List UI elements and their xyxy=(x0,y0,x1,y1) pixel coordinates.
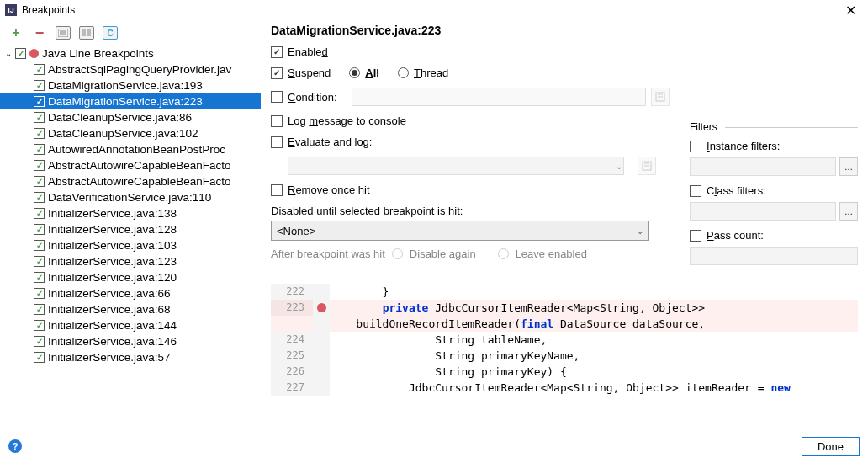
breakpoint-checkbox[interactable] xyxy=(34,64,45,75)
tree-item-label: InitializerService.java:103 xyxy=(48,239,177,252)
root-checkbox[interactable]: ✓ xyxy=(15,48,26,59)
breakpoint-checkbox[interactable] xyxy=(34,352,45,363)
tree-item-label: AbstractSqlPagingQueryProvider.jav xyxy=(48,63,231,76)
titlebar: IJ Breakpoints ✕ xyxy=(0,0,868,20)
tree-item-label: InitializerService.java:123 xyxy=(48,255,177,268)
suspend-all-radio[interactable] xyxy=(349,67,360,78)
breakpoint-details-panel: DataMigrationService.java:223 Enabled Su… xyxy=(261,20,868,433)
tree-item[interactable]: DataCleanupService.java:86 xyxy=(0,109,261,125)
help-button[interactable]: ? xyxy=(8,439,22,453)
suspend-checkbox[interactable] xyxy=(271,67,283,79)
suspend-all-label: All xyxy=(365,67,379,79)
tree-item[interactable]: AbstractAutowireCapableBeanFacto xyxy=(0,173,261,189)
tree-item[interactable]: AbstractSqlPagingQueryProvider.jav xyxy=(0,61,261,77)
tree-item[interactable]: AutowiredAnnotationBeanPostProc xyxy=(0,141,261,157)
breakpoint-checkbox[interactable] xyxy=(34,176,45,187)
breakpoint-checkbox[interactable] xyxy=(34,256,45,267)
group-by-package-button[interactable] xyxy=(56,26,71,40)
remove-once-hit-checkbox[interactable] xyxy=(271,184,283,196)
tree-item[interactable]: InitializerService.java:144 xyxy=(0,317,261,333)
tree-item[interactable]: InitializerService.java:146 xyxy=(0,333,261,349)
enabled-checkbox[interactable] xyxy=(271,46,283,58)
instance-filters-field[interactable] xyxy=(690,157,836,176)
instance-filters-checkbox[interactable] xyxy=(690,141,701,152)
breakpoint-checkbox[interactable] xyxy=(34,208,45,219)
breakpoint-checkbox[interactable] xyxy=(34,272,45,283)
disabled-until-select[interactable]: <None> ⌄ xyxy=(271,221,649,241)
log-message-checkbox[interactable] xyxy=(271,115,283,127)
code-preview[interactable]: 222 }223 private JdbcCursorItemReader<Ma… xyxy=(271,284,858,433)
window-title: Breakpoints xyxy=(22,4,75,16)
leave-enabled-radio xyxy=(498,248,509,259)
breakpoint-checkbox[interactable] xyxy=(34,224,45,235)
dropdown-arrow-icon: ⌄ xyxy=(637,226,643,236)
breakpoint-checkbox[interactable] xyxy=(34,112,45,123)
tree-item[interactable]: InitializerService.java:120 xyxy=(0,269,261,285)
pass-count-checkbox[interactable] xyxy=(690,230,701,242)
condition-field[interactable] xyxy=(352,88,646,106)
breakpoint-tree[interactable]: ⌄ ✓ Java Line Breakpoints AbstractSqlPag… xyxy=(0,45,261,433)
tree-item[interactable]: DataMigrationService.java:193 xyxy=(0,77,261,93)
tree-item[interactable]: InitializerService.java:103 xyxy=(0,237,261,253)
dialog-footer: ? Done xyxy=(0,434,868,458)
root-label: Java Line Breakpoints xyxy=(42,47,154,60)
class-filters-browse[interactable]: … xyxy=(839,202,858,221)
evaluate-expand-button[interactable] xyxy=(638,157,656,175)
evaluate-log-label: Evaluate and log: xyxy=(288,136,372,148)
breakpoint-tree-panel: + − C ⌄ ✓ Java Line Breakpoints Abstract… xyxy=(0,20,261,433)
breakpoint-checkbox[interactable] xyxy=(34,320,45,331)
tree-item-label: DataCleanupService.java:86 xyxy=(48,111,192,124)
tree-item[interactable]: InitializerService.java:57 xyxy=(0,349,261,365)
breakpoint-checkbox[interactable] xyxy=(34,96,45,107)
breakpoint-checkbox[interactable] xyxy=(34,304,45,315)
tree-item-label: DataCleanupService.java:102 xyxy=(48,127,198,140)
condition-checkbox[interactable] xyxy=(271,91,283,103)
tree-item-label: InitializerService.java:57 xyxy=(48,351,171,364)
tree-item[interactable]: DataCleanupService.java:102 xyxy=(0,125,261,141)
tree-item-label: InitializerService.java:138 xyxy=(48,207,177,220)
tree-item[interactable]: InitializerService.java:138 xyxy=(0,205,261,221)
close-button[interactable]: ✕ xyxy=(839,3,863,19)
breakpoint-checkbox[interactable] xyxy=(34,288,45,299)
breakpoint-checkbox[interactable] xyxy=(34,160,45,171)
breakpoint-checkbox[interactable] xyxy=(34,80,45,91)
suspend-label: Suspend xyxy=(288,67,331,79)
suspend-thread-radio[interactable] xyxy=(398,67,409,78)
class-filters-field[interactable] xyxy=(690,202,836,221)
breakpoint-checkbox[interactable] xyxy=(34,144,45,155)
instance-filters-browse[interactable]: … xyxy=(839,157,858,176)
filters-section: Filters Instance filters: … Class filter… xyxy=(690,45,858,274)
tree-toolbar: + − C xyxy=(0,20,261,45)
tree-item[interactable]: DataVerificationService.java:110 xyxy=(0,189,261,205)
tree-root-node[interactable]: ⌄ ✓ Java Line Breakpoints xyxy=(0,45,261,61)
breakpoint-checkbox[interactable] xyxy=(34,336,45,347)
tree-item[interactable]: InitializerService.java:128 xyxy=(0,221,261,237)
condition-expand-button[interactable] xyxy=(651,88,670,106)
breakpoint-checkbox[interactable] xyxy=(34,128,45,139)
remove-breakpoint-button[interactable]: − xyxy=(32,25,47,40)
after-hit-label: After breakpoint was hit xyxy=(271,248,385,260)
tree-item[interactable]: InitializerService.java:68 xyxy=(0,301,261,317)
tree-item[interactable]: DataMigrationService.java:223 xyxy=(0,93,261,109)
disabled-until-label: Disabled until selected breakpoint is hi… xyxy=(271,205,670,217)
condition-label: Condition: xyxy=(288,91,347,104)
breakpoint-checkbox[interactable] xyxy=(34,240,45,251)
tree-item-label: InitializerService.java:66 xyxy=(48,287,171,300)
breakpoint-checkbox[interactable] xyxy=(34,192,45,203)
tree-item[interactable]: InitializerService.java:123 xyxy=(0,253,261,269)
expand-arrow-icon[interactable]: ⌄ xyxy=(5,49,12,58)
tree-item[interactable]: InitializerService.java:66 xyxy=(0,285,261,301)
remove-once-hit-label: Remove once hit xyxy=(288,184,370,196)
add-breakpoint-button[interactable]: + xyxy=(8,25,24,40)
evaluate-log-field[interactable] xyxy=(288,157,624,175)
tree-item-label: AbstractAutowireCapableBeanFacto xyxy=(48,159,231,172)
tree-item[interactable]: AbstractAutowireCapableBeanFacto xyxy=(0,157,261,173)
done-button[interactable]: Done xyxy=(802,437,860,456)
group-by-file-button[interactable] xyxy=(79,26,94,40)
tree-item-label: DataMigrationService.java:193 xyxy=(48,79,203,92)
pass-count-field[interactable] xyxy=(690,247,858,265)
tree-item-label: InitializerService.java:146 xyxy=(48,335,177,348)
class-filters-checkbox[interactable] xyxy=(690,185,701,197)
evaluate-log-checkbox[interactable] xyxy=(271,136,283,148)
group-by-class-button[interactable]: C xyxy=(103,26,118,40)
